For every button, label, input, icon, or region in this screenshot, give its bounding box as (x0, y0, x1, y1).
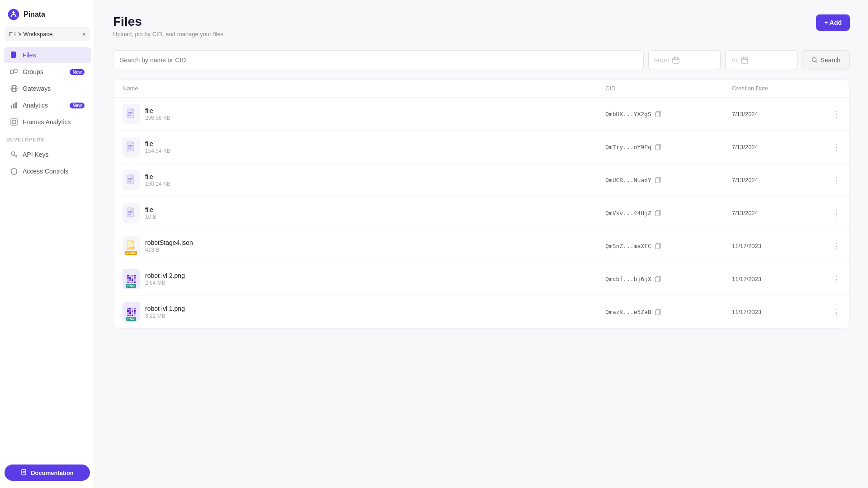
file-name: file (145, 140, 170, 147)
sidebar: Pinata F L's Workspace ▾ Files Groups Ne… (0, 0, 95, 488)
sidebar-item-groups[interactable]: Groups New (4, 64, 91, 80)
svg-rect-13 (22, 469, 26, 475)
svg-rect-22 (656, 112, 660, 117)
date-cell: 11/17/2023 (732, 276, 822, 282)
png-preview (127, 308, 136, 316)
more-options-button[interactable]: ⋮ (822, 208, 840, 218)
add-button[interactable]: + Add (816, 14, 850, 31)
sidebar-item-gateways[interactable]: Gateways (4, 80, 91, 97)
table-row: file 154.94 KB QmTry...oY9Pq 7/13/2024 ⋮ (113, 131, 849, 164)
sidebar-item-analytics[interactable]: Analytics New (4, 97, 91, 113)
file-info: robotStage4.json 413 B (145, 239, 193, 253)
file-type-badge: PNG (126, 284, 136, 288)
frames-icon (10, 118, 18, 126)
workspace-selector[interactable]: F L's Workspace ▾ (5, 27, 90, 41)
col-header-actions (822, 85, 840, 92)
svg-rect-48 (656, 310, 660, 315)
page-subtitle: Upload, pin by CID, and manage your file… (113, 31, 223, 38)
svg-rect-46 (656, 277, 660, 282)
date-cell: 7/13/2024 (732, 144, 822, 150)
file-type-icon (123, 203, 140, 223)
file-size: 413 B (145, 247, 193, 253)
table-row: {JSON} JSON robotStage4.json 413 B QmSnZ… (113, 230, 849, 263)
copy-icon[interactable] (655, 309, 661, 315)
documentation-button[interactable]: Documentation (5, 465, 90, 481)
copy-icon[interactable] (655, 210, 661, 216)
file-name: file (145, 107, 170, 114)
file-size: 3.22 MB (145, 313, 185, 319)
svg-rect-12 (12, 120, 16, 124)
cid-cell: QmUCR...NuaxY (605, 177, 732, 183)
file-info: file 296.58 KB (145, 107, 170, 121)
file-type-icon (123, 104, 140, 124)
sidebar-item-frames-analytics[interactable]: Frames Analytics (4, 114, 91, 130)
more-options-button[interactable]: ⋮ (822, 109, 840, 119)
svg-point-1 (12, 11, 14, 14)
file-name-cell: file 150.14 KB (123, 170, 605, 190)
svg-rect-2 (11, 52, 16, 58)
sidebar-item-access-controls[interactable]: Access Controls (4, 163, 91, 179)
sidebar-item-label-groups: Groups (23, 68, 43, 75)
page-title-section: Files Upload, pin by CID, and manage you… (113, 14, 223, 38)
table-row: file 150.14 KB QmUCR...NuaxY 7/13/2024 ⋮ (113, 164, 849, 197)
search-button[interactable]: Search (802, 50, 850, 70)
cid-cell: QmSnZ...maXFC (605, 243, 732, 249)
copy-icon[interactable] (655, 111, 661, 117)
file-info: robot lvl 1.png 3.22 MB (145, 305, 185, 319)
sidebar-item-label-files: Files (23, 52, 36, 59)
cid-cell: QmazK...e5ZaB (605, 309, 732, 315)
search-input-wrap (113, 50, 644, 70)
cid-cell: QmTry...oY9Pq (605, 144, 732, 150)
file-name-cell: file 154.94 KB (123, 137, 605, 157)
col-header-name: Name (123, 85, 605, 92)
svg-rect-8 (11, 105, 12, 108)
cid-value: QmbHK...YX2gS (605, 111, 651, 117)
developers-section-label: DEVELOPERS (0, 132, 94, 144)
sidebar-item-label-gateways: Gateways (23, 85, 51, 92)
date-cell: 11/17/2023 (732, 309, 822, 315)
nav-section-developers: API Keys Access Controls (0, 144, 94, 182)
more-options-button[interactable]: ⋮ (822, 274, 840, 284)
more-options-button[interactable]: ⋮ (822, 307, 840, 317)
date-cell: 11/17/2023 (732, 243, 822, 249)
file-name: file (145, 206, 156, 213)
from-date-input[interactable]: From (648, 50, 721, 70)
cid-value: QmTry...oY9Pq (605, 144, 651, 150)
file-info: file 10 B (145, 206, 156, 220)
cid-cell: QmVkv...44HjZ (605, 210, 732, 216)
sidebar-item-api-keys[interactable]: API Keys (4, 146, 91, 163)
cid-value: QmVkv...44HjZ (605, 210, 651, 216)
more-options-button[interactable]: ⋮ (822, 241, 840, 251)
file-type-icon (123, 137, 140, 157)
file-type-icon: PNG (123, 269, 140, 289)
analytics-new-badge: New (70, 103, 85, 108)
col-header-cid: CID (605, 85, 732, 92)
groups-new-badge: New (70, 69, 85, 75)
key-icon (10, 150, 18, 159)
more-options-button[interactable]: ⋮ (822, 142, 840, 152)
file-name-cell: PNG robot lvl 2.png 2.64 MB (123, 269, 605, 289)
copy-icon[interactable] (655, 243, 661, 249)
to-date-input[interactable]: To (725, 50, 797, 70)
cid-value: QmUCR...NuaxY (605, 177, 651, 183)
svg-rect-11 (11, 119, 17, 125)
table-row: PNG robot lvl 1.png 3.22 MB QmazK...e5Za… (113, 296, 849, 328)
analytics-icon (10, 101, 18, 109)
copy-icon[interactable] (655, 276, 661, 282)
file-type-badge: PNG (126, 317, 136, 321)
calendar-icon (672, 56, 679, 64)
search-button-label: Search (821, 56, 840, 64)
logo-text: Pinata (24, 10, 45, 19)
sidebar-item-files[interactable]: Files (4, 47, 91, 63)
svg-point-16 (812, 58, 816, 62)
file-size: 10 B (145, 214, 156, 220)
file-info: file 154.94 KB (145, 140, 170, 154)
copy-icon[interactable] (655, 177, 661, 183)
copy-icon[interactable] (655, 144, 661, 150)
nav-section-main: Files Groups New Gateways Analytics New (0, 45, 94, 132)
file-name-cell: PNG robot lvl 1.png 3.22 MB (123, 302, 605, 322)
search-input[interactable] (120, 56, 637, 64)
more-options-button[interactable]: ⋮ (822, 175, 840, 185)
cid-cell: QmbHK...YX2gS (605, 111, 732, 117)
doc-button-label: Documentation (31, 469, 74, 476)
